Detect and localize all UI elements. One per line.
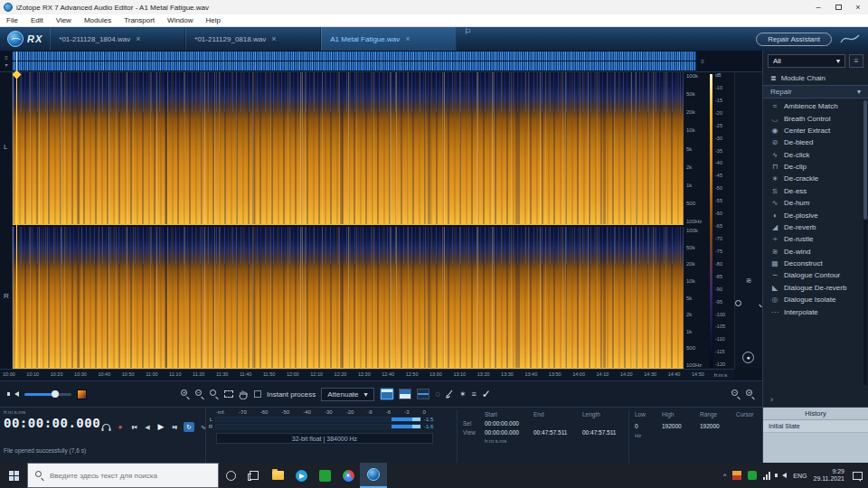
skip-to-end-button[interactable]: ▶▮ (170, 422, 179, 432)
module-list-item[interactable]: ◢ De-reverb (763, 221, 868, 233)
overview-collapse-icon[interactable]: ▾ (5, 61, 7, 68)
headphones-icon[interactable] (101, 423, 111, 432)
zoom-selection-icon[interactable] (210, 389, 219, 399)
module-list-item[interactable]: S De-ess (763, 185, 868, 197)
skip-to-start-button[interactable]: ▮◀ (129, 422, 138, 432)
menu-item[interactable]: Edit (24, 14, 50, 27)
menu-item[interactable]: Help (200, 14, 227, 27)
module-list-item[interactable]: ⊘ De-bleed (763, 136, 868, 148)
taskbar-search-box[interactable] (27, 463, 219, 488)
module-list-item[interactable]: ◣ Dialogue De-reverb (763, 282, 868, 294)
search-input[interactable] (50, 472, 203, 480)
menu-item[interactable]: File (0, 14, 24, 27)
start-button[interactable] (0, 463, 27, 488)
module-list-item[interactable]: ◖ De-plosive (763, 209, 868, 221)
task-view-button[interactable] (242, 463, 266, 488)
module-list-item[interactable]: ◎ Dialogue Isolate (763, 294, 868, 305)
tab-file-2[interactable]: *01-211129_0818.wav × (185, 27, 321, 51)
module-list-item[interactable]: ⊓ De-clip (763, 161, 868, 173)
amplitude-colorbar[interactable] (709, 73, 713, 368)
spectrogram-right-channel[interactable] (13, 227, 684, 369)
zoom-in-icon[interactable]: + (181, 389, 190, 399)
waveform-overview-strip[interactable]: ≡ ▾ ≡ (0, 51, 762, 72)
overview-handle-icon[interactable]: ≡ (5, 55, 8, 61)
module-list-item[interactable]: ϟ De-click (763, 149, 868, 161)
volume-slider[interactable] (24, 393, 71, 396)
scrollbar-thumb[interactable] (863, 100, 867, 220)
cortana-button[interactable] (219, 463, 242, 488)
module-list-item[interactable]: ◡ Breath Control (763, 112, 868, 124)
volume-slider-knob[interactable] (52, 390, 59, 398)
playhead-line[interactable] (16, 72, 17, 369)
sel-start-value[interactable]: 00:00:00.000 (485, 420, 533, 427)
file-explorer-button[interactable] (266, 463, 289, 488)
telegram-button[interactable] (289, 463, 313, 488)
meter-bar-right[interactable] (215, 424, 421, 429)
chrome-button[interactable] (336, 463, 360, 488)
module-list-item[interactable]: ∻ De-rustle (763, 233, 868, 245)
range-value[interactable]: 192000 (700, 423, 736, 429)
view-end-value[interactable]: 00:47:57.511 (533, 429, 582, 436)
module-chain-item[interactable]: ≣ Module Chain (763, 71, 868, 85)
overview-playhead[interactable] (16, 52, 17, 70)
tab-close-icon[interactable]: × (405, 34, 410, 43)
module-list-item[interactable]: ∼ Dialogue Contour (763, 269, 868, 281)
menu-item[interactable]: View (50, 14, 78, 27)
brush-tool-icon[interactable] (446, 389, 454, 399)
action-center-icon[interactable] (853, 472, 863, 480)
tab-close-icon[interactable]: × (136, 34, 140, 43)
maximize-button[interactable] (828, 0, 848, 14)
magic-wand-tool-icon[interactable]: ✶ (459, 390, 467, 399)
tab-close-icon[interactable]: × (271, 34, 276, 43)
minimize-button[interactable]: – (808, 0, 828, 14)
tray-icon-1[interactable] (732, 471, 741, 480)
green-app-button[interactable] (313, 463, 336, 488)
overview-waveform[interactable] (13, 51, 696, 71)
tab-file-1[interactable]: *01-211128_1804.wav × (50, 27, 185, 51)
vertical-zoom-icon[interactable] (735, 300, 762, 306)
module-filter-dropdown[interactable]: All ▾ (768, 54, 845, 68)
menu-item[interactable]: Transport (118, 14, 161, 27)
menu-item[interactable]: Window (161, 14, 199, 27)
overview-right-controls[interactable]: ≡ (696, 51, 709, 71)
apply-check-icon[interactable]: ✓ (482, 388, 491, 400)
module-list-item[interactable]: ≈ Ambience Match (763, 100, 868, 112)
cursor-value[interactable] (736, 423, 761, 429)
volume-icon[interactable] (782, 473, 787, 478)
sel-end-value[interactable] (533, 420, 582, 427)
module-list-item[interactable]: ≋ De-wind (763, 246, 868, 258)
view-waveform-button[interactable] (417, 389, 429, 399)
module-list-item[interactable]: ◉ Center Extract (763, 125, 868, 136)
close-button[interactable]: × (848, 0, 868, 14)
time-ruler[interactable]: 10:0010:1010:2010:3010:4010:5011:0011:10… (0, 369, 734, 380)
instant-process-checkbox[interactable] (254, 390, 261, 398)
record-button[interactable]: ● (116, 422, 125, 432)
adjust-sliders-icon[interactable]: ≡ (471, 390, 476, 399)
repair-section-header[interactable]: Repair ▾ (763, 85, 868, 99)
rx7-taskbar-button-active[interactable] (360, 463, 387, 488)
view-spectrogram-button[interactable] (381, 389, 393, 399)
tab-overflow-flag-icon[interactable]: ⚐ (464, 27, 471, 51)
module-list-item[interactable]: ∿ De-hum (763, 197, 868, 209)
meter-bar-left[interactable] (215, 417, 421, 422)
module-list-expand-icon[interactable]: › (763, 395, 868, 407)
module-list-item[interactable]: ▦ Deconstruct (763, 258, 868, 269)
loop-button[interactable]: ↻ (184, 422, 194, 432)
lasso-tool-icon[interactable]: ◌ (436, 390, 440, 399)
h-zoom-in-icon[interactable]: + (746, 389, 755, 399)
module-list-item[interactable]: ∗ De-crackle (763, 173, 868, 184)
speaker-icon[interactable] (14, 391, 19, 397)
low-value[interactable]: 0 (635, 423, 662, 429)
module-list-item[interactable]: ⋯ Interpolate (763, 305, 868, 317)
tray-icon-2[interactable] (748, 471, 757, 480)
process-mode-dropdown[interactable]: Attenuate ▾ (321, 388, 373, 401)
repair-assistant-button[interactable]: Repair Assistant (756, 33, 832, 46)
high-value[interactable]: 192000 (662, 423, 700, 429)
hidden-icons-chevron[interactable]: ^ (723, 473, 726, 479)
menu-item[interactable]: Modules (78, 14, 118, 27)
language-indicator[interactable]: ENG (793, 473, 807, 479)
sel-length-value[interactable] (582, 420, 629, 427)
overview-right-handle-icon[interactable]: ≡ (701, 59, 704, 64)
right-channel-label[interactable]: R (4, 292, 9, 300)
spectrogram-left-channel[interactable] (13, 72, 684, 225)
